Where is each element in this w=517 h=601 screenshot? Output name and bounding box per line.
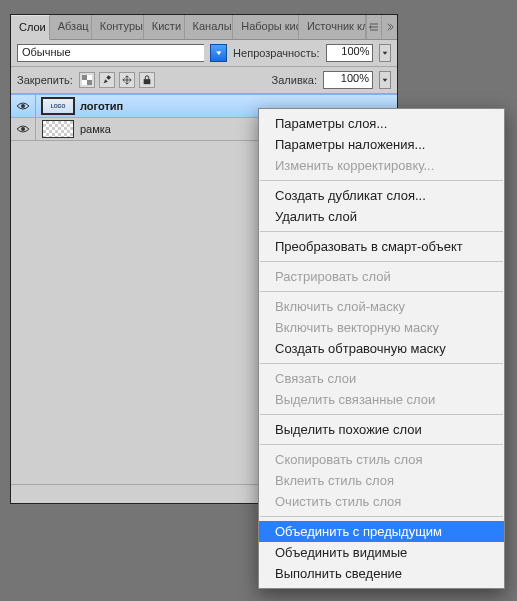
context-menu-item[interactable]: Создать обтравочную маску xyxy=(259,338,504,359)
context-menu-item[interactable]: Параметры наложения... xyxy=(259,134,504,155)
context-menu-separator xyxy=(260,291,503,292)
lock-pixels-icon[interactable] xyxy=(99,72,115,88)
lock-fill-row: Закрепить: Заливка: 100% xyxy=(11,67,397,94)
visibility-eye-icon[interactable] xyxy=(11,118,36,140)
svg-rect-5 xyxy=(143,79,150,84)
lock-label: Закрепить: xyxy=(17,74,73,86)
svg-rect-0 xyxy=(82,75,87,80)
blend-opacity-row: Обычные Непрозрачность: 100% xyxy=(11,40,397,67)
context-menu-item: Растрировать слой xyxy=(259,266,504,287)
blend-mode-select[interactable]: Обычные xyxy=(17,44,204,62)
context-menu-separator xyxy=(260,414,503,415)
context-menu-item[interactable]: Выделить похожие слои xyxy=(259,419,504,440)
blend-mode-dropdown-arrow[interactable] xyxy=(210,44,227,62)
context-menu-separator xyxy=(260,363,503,364)
context-menu-item[interactable]: Удалить слой xyxy=(259,206,504,227)
svg-point-7 xyxy=(21,127,25,131)
lock-position-icon[interactable] xyxy=(119,72,135,88)
lock-all-icon[interactable] xyxy=(139,72,155,88)
context-menu-item[interactable]: Создать дубликат слоя... xyxy=(259,185,504,206)
context-menu-item[interactable]: Объединить видимые xyxy=(259,542,504,563)
panel-tab[interactable]: Слои xyxy=(11,15,50,40)
context-menu-separator xyxy=(260,516,503,517)
context-menu-separator xyxy=(260,231,503,232)
panel-tab[interactable]: Контуры xyxy=(92,15,144,39)
visibility-eye-icon[interactable] xyxy=(11,95,36,117)
context-menu-item: Вклеить стиль слоя xyxy=(259,470,504,491)
panel-tab[interactable]: Абзац xyxy=(50,15,92,39)
panel-collapse-icon[interactable] xyxy=(381,15,397,39)
context-menu-item[interactable]: Объединить с предыдущим xyxy=(259,521,504,542)
layer-name-label[interactable]: рамка xyxy=(80,123,111,135)
panel-tab[interactable]: Источник кл xyxy=(299,15,366,39)
layer-thumbnail[interactable] xyxy=(42,120,74,138)
context-menu-item: Изменить корректировку... xyxy=(259,155,504,176)
svg-rect-3 xyxy=(82,80,87,85)
context-menu-item: Выделить связанные слои xyxy=(259,389,504,410)
opacity-label: Непрозрачность: xyxy=(233,47,319,59)
svg-rect-2 xyxy=(87,75,92,80)
context-menu-item: Включить векторную маску xyxy=(259,317,504,338)
context-menu-separator xyxy=(260,180,503,181)
opacity-input[interactable]: 100% xyxy=(326,44,374,62)
context-menu-item: Очистить стиль слоя xyxy=(259,491,504,512)
lock-icons xyxy=(79,72,155,88)
context-menu-item: Скопировать стиль слоя xyxy=(259,449,504,470)
fill-label: Заливка: xyxy=(272,74,317,86)
context-menu-item[interactable]: Выполнить сведение xyxy=(259,563,504,584)
context-menu-separator xyxy=(260,261,503,262)
svg-rect-4 xyxy=(106,75,111,80)
context-menu-item[interactable]: Преобразовать в смарт-объект xyxy=(259,236,504,257)
panel-tab[interactable]: Каналы xyxy=(185,15,234,39)
svg-rect-1 xyxy=(87,80,92,85)
context-menu-item: Связать слои xyxy=(259,368,504,389)
context-menu-item: Включить слой-маску xyxy=(259,296,504,317)
fill-dropdown-arrow[interactable] xyxy=(379,71,391,89)
svg-point-6 xyxy=(21,104,25,108)
panel-tab[interactable]: Наборы кис xyxy=(233,15,299,39)
layer-thumbnail[interactable]: LOGO xyxy=(41,97,75,115)
panel-tab[interactable]: Кисти xyxy=(144,15,185,39)
context-menu-item[interactable]: Параметры слоя... xyxy=(259,113,504,134)
context-menu-separator xyxy=(260,444,503,445)
opacity-dropdown-arrow[interactable] xyxy=(379,44,391,62)
lock-transparency-icon[interactable] xyxy=(79,72,95,88)
layer-name-label[interactable]: логотип xyxy=(80,100,123,112)
fill-input[interactable]: 100% xyxy=(323,71,373,89)
layer-context-menu: Параметры слоя...Параметры наложения...И… xyxy=(258,108,505,589)
panel-tabs: СлоиАбзацКонтурыКистиКаналыНаборы кисИст… xyxy=(11,15,397,40)
panel-menu-icon[interactable] xyxy=(366,15,382,39)
